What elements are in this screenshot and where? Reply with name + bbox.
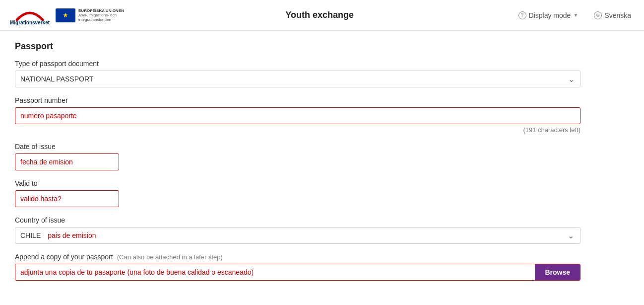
date-of-issue-field: Date of issue (15, 143, 600, 170)
header-controls: ? Display mode ▼ ⊕ Svenska (515, 9, 634, 21)
append-passport-note: (Can also be attached in a later step) (117, 253, 223, 261)
language-label: Svenska (604, 11, 631, 19)
mv-logo-text: Migrationsverket (10, 20, 50, 25)
passport-type-dropdown-wrapper: NATIONAL PASSPORT ⌄ (15, 71, 580, 87)
append-passport-field: Append a copy of your passport (Can also… (15, 253, 600, 281)
eu-flag: ★ (56, 8, 75, 22)
valid-to-field: Valid to (15, 179, 600, 207)
migrationsverket-logo: Migrationsverket (10, 5, 50, 25)
file-input-wrapper: adjunta una copia de tu pasaporte (una f… (15, 264, 580, 281)
passport-number-field: Passport number (191 characters left) (15, 96, 600, 134)
language-button[interactable]: ⊕ Svenska (591, 9, 634, 21)
append-passport-label: Append a copy of your passport (15, 253, 113, 261)
country-of-issue-field: Country of issue CHILE ⌄ (15, 216, 600, 244)
eu-text-block: EUROPEISKA UNIONEN Asyl-, migrations- oc… (78, 8, 124, 22)
eu-text-line2: Asyl-, migrations- och (78, 13, 124, 17)
valid-to-input[interactable] (15, 190, 119, 207)
main-content: Passport Type of passport document NATIO… (0, 31, 615, 300)
eu-logo: ★ EUROPEISKA UNIONEN Asyl-, migrations- … (56, 8, 124, 22)
passport-type-label: Type of passport document (15, 60, 600, 68)
passport-type-select[interactable]: NATIONAL PASSPORT (15, 71, 580, 87)
date-of-issue-input[interactable] (15, 153, 119, 170)
country-chevron-icon[interactable]: ⌄ (562, 231, 580, 240)
country-code-display: CHILE (15, 228, 46, 243)
passport-number-input[interactable] (15, 107, 580, 124)
section-title: Passport (15, 41, 600, 52)
display-mode-chevron-icon: ▼ (573, 12, 578, 18)
chars-left-indicator: (191 characters left) (15, 126, 580, 134)
display-mode-button[interactable]: ? Display mode ▼ (515, 9, 581, 21)
passport-type-field: Type of passport document NATIONAL PASSP… (15, 60, 600, 87)
header: Migrationsverket ★ EUROPEISKA UNIONEN As… (0, 0, 644, 31)
date-of-issue-label: Date of issue (15, 143, 600, 151)
logos-group: Migrationsverket ★ EUROPEISKA UNIONEN As… (10, 5, 124, 25)
globe-icon: ⊕ (594, 11, 602, 19)
country-dropdown-wrapper: CHILE ⌄ (15, 227, 580, 244)
passport-number-label: Passport number (15, 96, 600, 104)
valid-to-label: Valid to (15, 179, 600, 187)
append-label-row: Append a copy of your passport (Can also… (15, 253, 600, 261)
country-input-row: CHILE ⌄ (15, 227, 580, 244)
page-title: Youth exchange (124, 10, 515, 20)
display-mode-icon: ? (518, 11, 526, 19)
eu-stars: ★ (63, 11, 68, 19)
country-name-input[interactable] (46, 228, 562, 243)
eu-text-line3: integrationsfonden (78, 17, 124, 22)
file-text-display: adjunta una copia de tu pasaporte (una f… (15, 264, 535, 280)
display-mode-label: Display mode (529, 11, 571, 19)
eu-text-line1: EUROPEISKA UNIONEN (78, 8, 124, 13)
country-of-issue-label: Country of issue (15, 216, 600, 224)
browse-button[interactable]: Browse (535, 264, 580, 280)
